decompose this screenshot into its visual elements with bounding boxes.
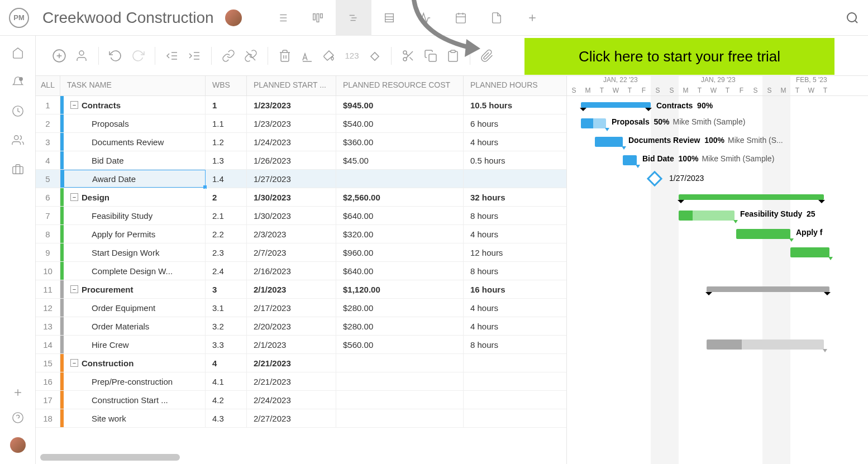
gantt-row[interactable]: 1/27/2023 — [567, 170, 868, 188]
task-bar[interactable] — [790, 247, 829, 257]
hours-cell[interactable]: 12 hours — [464, 243, 549, 261]
cost-cell[interactable]: $320.00 — [336, 225, 464, 243]
collapse-icon[interactable]: − — [70, 285, 78, 293]
gantt-row[interactable] — [567, 336, 868, 354]
date-cell[interactable]: 2/24/2023 — [247, 391, 336, 409]
gantt-row[interactable] — [567, 391, 868, 409]
gantt-row[interactable] — [567, 280, 868, 299]
task-name-cell[interactable]: Prep/Pre-construction — [60, 372, 206, 390]
hours-cell[interactable]: 4 hours — [464, 133, 549, 151]
task-bar[interactable] — [707, 339, 824, 350]
activity-view-tab[interactable] — [407, 0, 443, 36]
col-planned-hours[interactable]: PLANNED HOURS — [464, 76, 549, 95]
fill-color-icon[interactable] — [319, 46, 340, 66]
delete-icon[interactable] — [275, 46, 295, 66]
unlink-icon[interactable] — [241, 46, 261, 66]
date-cell[interactable]: 2/16/2023 — [247, 262, 336, 280]
table-row[interactable]: 13 Order Materials 3.2 2/20/2023 $280.00… — [36, 317, 566, 336]
outdent-icon[interactable] — [162, 46, 182, 66]
table-row[interactable]: 1 −Contracts 1 1/23/2023 $945.00 10.5 ho… — [36, 96, 566, 114]
task-name-cell[interactable]: Proposals — [60, 114, 206, 132]
summary-bar[interactable]: Contracts 90% — [581, 102, 651, 108]
hours-cell[interactable]: 8 hours — [464, 262, 549, 280]
table-row[interactable]: 17 Construction Start ... 4.2 2/24/2023 — [36, 391, 566, 409]
task-name-cell[interactable]: Order Materials — [60, 317, 206, 335]
date-cell[interactable]: 2/21/2023 — [247, 354, 336, 372]
gantt-row[interactable] — [567, 372, 868, 391]
table-row[interactable]: 14 Hire Crew 3.3 2/1/2023 $560.00 8 hour… — [36, 336, 566, 354]
table-row[interactable]: 15 −Construction 4 2/21/2023 — [36, 354, 566, 372]
hours-cell[interactable] — [464, 170, 549, 188]
wbs-cell[interactable]: 1.4 — [206, 170, 247, 188]
col-wbs[interactable]: WBS — [206, 76, 247, 95]
date-cell[interactable]: 2/7/2023 — [247, 243, 336, 261]
hours-cell[interactable]: 10.5 hours — [464, 96, 549, 114]
date-cell[interactable]: 2/27/2023 — [247, 409, 336, 427]
hours-cell[interactable]: 8 hours — [464, 207, 549, 224]
table-row[interactable]: 2 Proposals 1.1 1/23/2023 $540.00 6 hour… — [36, 114, 566, 133]
task-bar[interactable]: Documents Review 100%Mike Smith (S... — [595, 137, 623, 147]
wbs-cell[interactable]: 2.2 — [206, 225, 247, 243]
task-name-cell[interactable]: −Construction — [60, 354, 206, 372]
wbs-cell[interactable]: 4 — [206, 354, 247, 372]
col-planned-cost[interactable]: PLANNED RESOURCE COST — [336, 76, 464, 95]
date-cell[interactable]: 2/1/2023 — [247, 280, 336, 298]
board-view-tab[interactable] — [300, 0, 336, 36]
wbs-cell[interactable]: 3.3 — [206, 336, 247, 353]
wbs-cell[interactable]: 3 — [206, 280, 247, 298]
wbs-cell[interactable]: 4.1 — [206, 372, 247, 390]
hours-cell[interactable]: 8 hours — [464, 336, 549, 353]
gantt-row[interactable]: Documents Review 100%Mike Smith (S... — [567, 133, 868, 151]
portfolio-icon[interactable] — [12, 163, 24, 175]
task-name-cell[interactable]: Complete Design W... — [60, 262, 206, 280]
cost-cell[interactable]: $540.00 — [336, 114, 464, 132]
link-icon[interactable] — [218, 46, 239, 66]
task-bar[interactable]: Feasibility Study 25 — [679, 211, 735, 221]
hours-cell[interactable]: 4 hours — [464, 317, 549, 335]
milestone-marker[interactable] — [647, 171, 662, 186]
notifications-icon[interactable] — [12, 76, 24, 88]
wbs-cell[interactable]: 1.3 — [206, 151, 247, 169]
table-row[interactable]: 3 Documents Review 1.2 1/24/2023 $360.00… — [36, 133, 566, 151]
table-row[interactable]: 12 Order Equipment 3.1 2/17/2023 $280.00… — [36, 299, 566, 317]
wbs-cell[interactable]: 2 — [206, 188, 247, 206]
hours-cell[interactable] — [464, 372, 549, 390]
project-avatar[interactable] — [225, 9, 242, 26]
attachment-icon[interactable] — [477, 46, 497, 66]
app-logo[interactable]: PM — [9, 8, 29, 28]
search-button[interactable] — [846, 11, 859, 25]
collapse-icon[interactable]: − — [70, 193, 78, 201]
wbs-cell[interactable]: 1.1 — [206, 114, 247, 132]
cta-banner[interactable]: Click here to start your free trial — [524, 38, 834, 75]
cost-cell[interactable]: $960.00 — [336, 243, 464, 261]
task-name-cell[interactable]: Award Date — [60, 170, 206, 188]
task-name-cell[interactable]: Bid Date — [60, 151, 206, 169]
hours-cell[interactable]: 6 hours — [464, 114, 549, 132]
task-bar[interactable]: Bid Date 100%Mike Smith (Sample) — [623, 155, 637, 165]
cost-cell[interactable] — [336, 354, 464, 372]
cost-cell[interactable] — [336, 170, 464, 188]
help-icon[interactable] — [12, 412, 24, 424]
summary-bar[interactable] — [707, 286, 829, 292]
date-cell[interactable]: 2/1/2023 — [247, 336, 336, 353]
table-row[interactable]: 16 Prep/Pre-construction 4.1 2/21/2023 — [36, 372, 566, 391]
table-row[interactable]: 7 Feasibility Study 2.1 1/30/2023 $640.0… — [36, 207, 566, 225]
time-icon[interactable] — [12, 105, 24, 117]
col-planned-start[interactable]: PLANNED START ... — [247, 76, 336, 95]
redo-icon[interactable] — [128, 46, 148, 66]
task-name-cell[interactable]: −Design — [60, 188, 206, 206]
task-name-cell[interactable]: Start Design Work — [60, 243, 206, 261]
gantt-row[interactable]: Proposals 50%Mike Smith (Sample) — [567, 114, 868, 133]
gantt-row[interactable] — [567, 299, 868, 317]
date-cell[interactable]: 2/3/2023 — [247, 225, 336, 243]
home-icon[interactable] — [12, 47, 24, 59]
cost-cell[interactable]: $560.00 — [336, 336, 464, 353]
add-task-icon[interactable] — [49, 46, 69, 66]
indent-icon[interactable] — [184, 46, 204, 66]
gantt-row[interactable] — [567, 317, 868, 336]
gantt-row[interactable] — [567, 354, 868, 372]
hours-cell[interactable]: 0.5 hours — [464, 151, 549, 169]
task-name-cell[interactable]: Hire Crew — [60, 336, 206, 353]
gantt-row[interactable] — [567, 188, 868, 207]
cost-cell[interactable]: $640.00 — [336, 207, 464, 224]
